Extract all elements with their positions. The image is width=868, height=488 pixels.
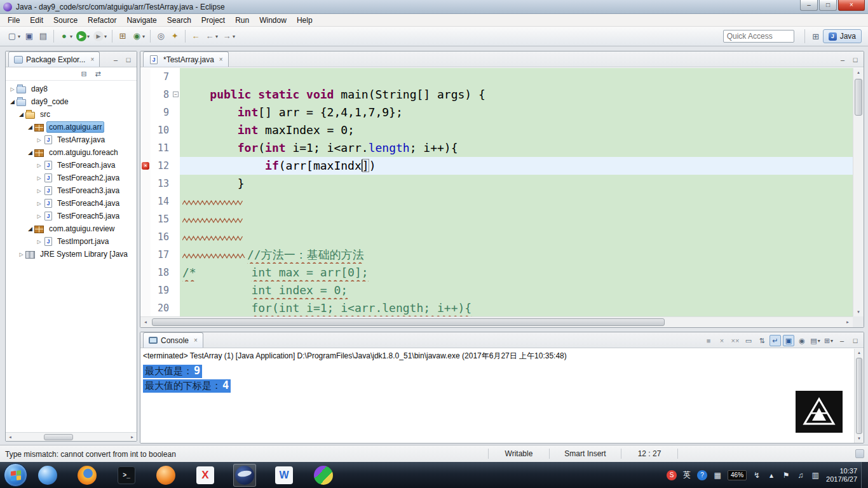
code-line-7[interactable]: 7 — [140, 68, 853, 86]
perspective-java-button[interactable]: Java — [823, 29, 862, 43]
taskbar-terminal[interactable]: >_ — [115, 464, 138, 487]
scrollbar-thumb[interactable] — [855, 79, 862, 116]
menu-run[interactable]: Run — [230, 15, 254, 26]
forward-button[interactable]: →▾ — [220, 29, 237, 44]
search-button[interactable]: ✦ — [168, 29, 182, 44]
minimize-console-button[interactable]: – — [836, 335, 848, 346]
close-view-icon[interactable] — [194, 337, 198, 344]
show-desktop-button[interactable] — [861, 462, 868, 488]
new-wizard-button[interactable]: ▢▾ — [5, 29, 22, 44]
collapse-all-button[interactable]: ⊟ — [78, 68, 90, 79]
open-type-button[interactable]: ◎ — [154, 29, 168, 44]
maximize-console-button[interactable]: □ — [850, 335, 861, 346]
terminate-button[interactable]: ■ — [703, 335, 714, 346]
code-line-16[interactable]: 16 — [140, 228, 853, 246]
tree-item-jre-system-library-java[interactable]: ▷JRE System Library [Java — [6, 248, 137, 261]
taskbar-wps[interactable]: W — [273, 464, 295, 487]
tree-item-day8[interactable]: ▷day8 — [6, 83, 137, 95]
code-line-20[interactable]: 20 for(int i=1; i<arr.length; i++){ — [140, 299, 853, 316]
progress-monitor-icon[interactable] — [855, 449, 864, 458]
taskbar-media[interactable] — [312, 464, 335, 487]
close-view-icon[interactable] — [90, 56, 94, 63]
tree-collapsed-icon[interactable]: ▷ — [17, 252, 25, 257]
scrollbar-thumb[interactable] — [44, 434, 73, 440]
console-vscrollbar[interactable] — [854, 349, 864, 443]
code-line-17[interactable]: 17//方法一：基础的方法 — [140, 246, 853, 264]
menu-refactor[interactable]: Refactor — [83, 15, 121, 26]
tree-collapsed-icon[interactable]: ▷ — [35, 201, 43, 207]
tree-collapsed-icon[interactable]: ▷ — [35, 137, 43, 143]
word-wrap-button[interactable]: ↵ — [770, 335, 781, 346]
volume-icon[interactable]: ♫ — [796, 471, 805, 480]
code-line-19[interactable]: 19 int index = 0; — [140, 281, 853, 299]
scroll-left-icon[interactable] — [140, 317, 151, 327]
tree-expanded-icon[interactable]: ◢ — [26, 149, 34, 156]
open-console-button[interactable]: ⊞▾ — [823, 335, 834, 346]
new-java-project-button[interactable]: ⊞ — [116, 29, 130, 44]
code-line-14[interactable]: 14 — [140, 193, 853, 210]
network-icon[interactable]: ▥ — [811, 471, 820, 480]
tree-collapsed-icon[interactable]: ▷ — [35, 175, 43, 181]
maximize-view-button[interactable]: □ — [123, 54, 134, 65]
run-external-button[interactable]: ▶▾ — [92, 29, 109, 44]
tree-collapsed-icon[interactable]: ▷ — [35, 163, 43, 168]
close-window-button[interactable]: × — [838, 0, 865, 11]
editor-vscrollbar[interactable] — [853, 68, 864, 316]
code-line-15[interactable]: 15 — [140, 210, 853, 228]
menu-source[interactable]: Source — [48, 15, 83, 26]
tree-expanded-icon[interactable]: ◢ — [26, 124, 34, 130]
menu-edit[interactable]: Edit — [25, 15, 48, 26]
scroll-right-icon[interactable] — [128, 435, 137, 439]
tree-expanded-icon[interactable]: ◢ — [8, 98, 17, 105]
back-button[interactable]: ←▾ — [203, 29, 220, 44]
package-explorer-hscrollbar[interactable] — [6, 432, 137, 441]
maximize-window-button[interactable]: □ — [819, 0, 837, 11]
scroll-up-icon[interactable] — [853, 68, 864, 77]
link-with-editor-button[interactable]: ⇄ — [92, 68, 104, 79]
tree-item-testimport-java[interactable]: ▷TestImport.java — [6, 235, 137, 248]
tree-collapsed-icon[interactable]: ▷ — [35, 239, 43, 245]
run-button[interactable]: ▶▾ — [74, 29, 92, 44]
show-console-on-output-button[interactable]: ▣ — [783, 335, 794, 346]
tree-item-testforeach2-java[interactable]: ▷TestForeach2.java — [6, 172, 137, 184]
taskbar-browser[interactable] — [36, 464, 59, 487]
debug-button[interactable]: ●▾ — [57, 29, 74, 44]
last-edit-location-button[interactable]: ← — [189, 29, 203, 44]
help-tray-icon[interactable]: ? — [697, 470, 707, 480]
close-editor-icon[interactable] — [219, 56, 223, 63]
minimize-window-button[interactable]: – — [800, 0, 818, 11]
clear-console-button[interactable]: ▭ — [743, 335, 754, 346]
menu-help[interactable]: Help — [292, 15, 318, 26]
tree-item-testforeach-java[interactable]: ▷TestForeach.java — [6, 159, 137, 172]
tree-item-day9-code[interactable]: ◢day9_code — [6, 95, 137, 108]
tree-expanded-icon[interactable]: ◢ — [17, 111, 25, 118]
taskbar-firefox[interactable] — [76, 464, 98, 487]
console-output-area[interactable]: <terminated> TestArray (1) [Java Applica… — [140, 349, 854, 443]
scroll-down-icon[interactable] — [853, 308, 864, 316]
scroll-lock-button[interactable]: ⇅ — [756, 335, 768, 346]
remove-launch-button[interactable]: × — [716, 335, 728, 346]
pin-console-button[interactable]: ◉ — [796, 335, 808, 346]
tree-collapsed-icon[interactable]: ▷ — [35, 214, 43, 219]
scroll-right-icon[interactable] — [843, 317, 853, 327]
package-explorer-tab[interactable]: Package Explor... — [8, 51, 100, 67]
menu-window[interactable]: Window — [254, 15, 292, 26]
code-line-18[interactable]: 18/* int max = arr[0]; — [140, 264, 853, 281]
editor-hscrollbar[interactable] — [140, 316, 853, 327]
fold-collapse-icon[interactable]: − — [173, 92, 179, 97]
menu-file[interactable]: File — [3, 15, 25, 26]
ime-indicator[interactable]: 英 — [682, 470, 691, 480]
tree-item-testforeach3-java[interactable]: ▷TestForeach3.java — [6, 184, 137, 197]
sogou-tray-icon[interactable]: S — [667, 470, 677, 480]
console-tab[interactable]: Console — [143, 332, 203, 348]
tree-item-testforeach5-java[interactable]: ▷TestForeach5.java — [6, 210, 137, 222]
scrollbar-thumb[interactable] — [856, 358, 862, 434]
scroll-up-icon[interactable] — [855, 349, 864, 357]
taskbar-xmind[interactable]: X — [194, 464, 217, 487]
code-line-8[interactable]: 8− public static void main(String[] args… — [140, 86, 853, 104]
save-button[interactable]: ▣ — [22, 29, 36, 44]
maximize-editor-button[interactable]: □ — [850, 54, 861, 65]
scroll-down-icon[interactable] — [855, 435, 864, 443]
code-line-11[interactable]: 11 for(int i=1; i<arr.length; i++){ — [140, 139, 853, 157]
tree-item-com-atguigu-review[interactable]: ◢com.atguigu.review — [6, 222, 137, 235]
